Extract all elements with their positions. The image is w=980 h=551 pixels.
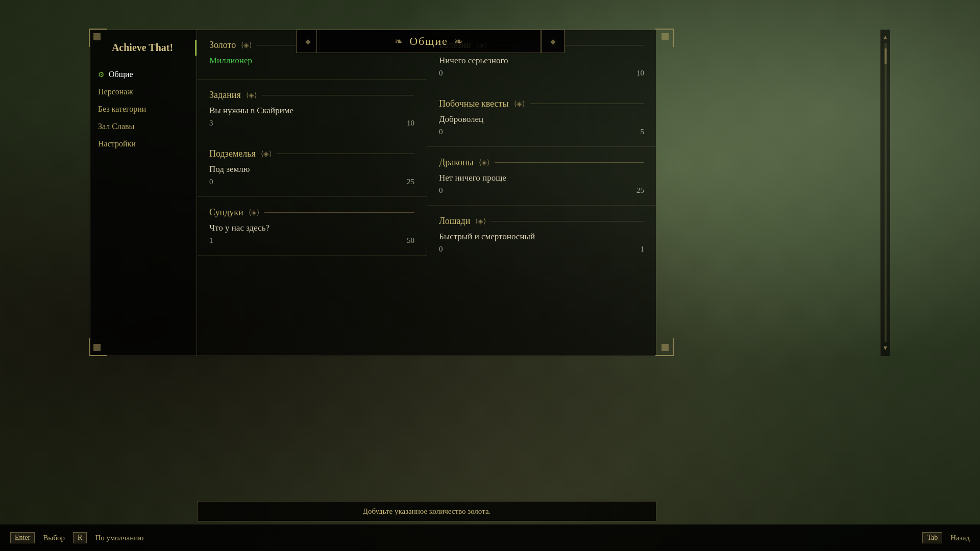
quests-progress-row: 3 10 <box>209 119 414 128</box>
section-sidequests-icon: ⟨◈⟩ <box>514 99 525 108</box>
tab-key-badge: Tab <box>922 532 942 543</box>
sidebar-item-general-label: Общие <box>109 70 133 79</box>
sidebar-item-settings-label: Настройки <box>98 139 136 148</box>
section-horses-title: Лошади <box>439 216 470 227</box>
sidebar-item-character-label: Персонаж <box>98 87 133 96</box>
enter-key-label: Выбор <box>43 534 65 542</box>
section-dungeons-icon: ⟨◈⟩ <box>261 149 272 158</box>
dragons-progress-current: 0 <box>439 186 443 195</box>
section-chests-header: Сундуки ⟨◈⟩ <box>209 207 414 218</box>
diseases-progress-current: 0 <box>439 69 443 78</box>
sidequests-progress-current: 0 <box>439 128 443 136</box>
enter-key-badge: Enter <box>10 532 35 543</box>
sidequests-progress-goal: 5 <box>641 128 645 136</box>
section-horses-header: Лошади ⟨◈⟩ <box>439 216 644 227</box>
dragons-progress-row: 0 25 <box>439 186 644 195</box>
bottom-hint-bar: Добудьте указанное количество золота. <box>197 501 656 521</box>
section-gold-title: Золото <box>209 40 236 51</box>
section-quests-line <box>262 95 414 95</box>
dungeons-progress-current: 0 <box>209 178 213 186</box>
header-diamond-right <box>541 30 565 53</box>
controls-bar: Enter Выбор R По умолчанию Tab Назад <box>0 524 980 551</box>
horses-progress-goal: 1 <box>641 245 645 254</box>
scroll-down-arrow[interactable]: ▼ <box>883 344 889 352</box>
section-dungeons-line <box>277 154 414 154</box>
horses-achievement-name: Быстрый и смертоносный <box>439 232 644 242</box>
sidequests-achievement-name: Доброволец <box>439 114 644 124</box>
section-chests-icon: ⟨◈⟩ <box>249 208 259 217</box>
section-quests-header: Задания ⟨◈⟩ <box>209 90 414 101</box>
chests-achievement-name: Что у нас здесь? <box>209 223 414 233</box>
sidebar: Achieve That! ⚙ Общие Персонаж Без катег… <box>90 30 197 356</box>
quests-progress-goal: 10 <box>407 119 414 128</box>
section-dragons-header: Драконы ⟨◈⟩ <box>439 157 644 168</box>
scroll-up-arrow[interactable]: ▲ <box>883 34 889 41</box>
scroll-thumb[interactable] <box>885 48 887 64</box>
tab-key-label: Назад <box>950 534 970 542</box>
r-key-badge: R <box>73 532 87 543</box>
sidebar-item-nocategory-label: Без категории <box>98 105 146 114</box>
sidequests-progress-row: 0 5 <box>439 128 644 136</box>
general-icon: ⚙ <box>98 70 105 79</box>
section-dragons-title: Драконы <box>439 157 474 168</box>
section-gold-icon: ⟨◈⟩ <box>241 41 252 49</box>
section-dragons-line <box>495 162 644 163</box>
section-dungeons: Подземелья ⟨◈⟩ Под землю 0 25 <box>197 138 427 197</box>
right-column: Болезни ⟨◈⟩ Ничего серьезного 0 10 Побоч… <box>427 30 656 356</box>
dungeons-achievement-name: Под землю <box>209 164 414 174</box>
section-horses: Лошади ⟨◈⟩ Быстрый и смертоносный 0 1 <box>427 206 656 264</box>
left-column: Золото ⟨◈⟩ Миллионер Задания ⟨◈⟩ Вы нужн… <box>197 30 427 356</box>
sidebar-item-character[interactable]: Персонаж <box>90 83 197 101</box>
sidebar-item-halloffame[interactable]: Зал Славы <box>90 118 197 135</box>
r-key-label: По умолчанию <box>95 534 143 542</box>
sidebar-item-general[interactable]: ⚙ Общие <box>90 66 197 83</box>
diseases-progress-row: 0 10 <box>439 69 644 78</box>
section-quests: Задания ⟨◈⟩ Вы нужны в Скайриме 3 10 <box>197 80 427 138</box>
section-chests-title: Сундуки <box>209 207 243 218</box>
dragons-progress-goal: 25 <box>636 186 644 195</box>
horses-progress-row: 0 1 <box>439 245 644 254</box>
section-chests: Сундуки ⟨◈⟩ Что у нас здесь? 1 50 <box>197 197 427 256</box>
chests-progress-row: 1 50 <box>209 236 414 245</box>
section-chests-line <box>264 212 414 213</box>
section-sidequests-line <box>530 104 645 104</box>
header-title: Общие <box>409 35 448 48</box>
section-quests-icon: ⟨◈⟩ <box>246 91 257 99</box>
section-sidequests: Побочные квесты ⟨◈⟩ Доброволец 0 5 <box>427 88 656 147</box>
chests-progress-goal: 50 <box>407 236 414 245</box>
diseases-achievement-name: Ничего серьезного <box>439 56 644 66</box>
sidebar-item-nocategory[interactable]: Без категории <box>90 101 197 118</box>
sidebar-app-title: Achieve That! <box>90 40 197 56</box>
section-dragons-icon: ⟨◈⟩ <box>479 158 489 167</box>
horses-progress-current: 0 <box>439 245 443 254</box>
section-sidequests-header: Побочные квесты ⟨◈⟩ <box>439 98 644 109</box>
quests-achievement-name: Вы нужны в Скайриме <box>209 106 414 116</box>
vertical-divider <box>427 30 427 356</box>
gold-achievement-name: Миллионер <box>209 56 414 66</box>
bottom-hint-text: Добудьте указанное количество золота. <box>363 507 491 516</box>
scroll-track[interactable] <box>885 43 887 342</box>
section-dungeons-title: Подземелья <box>209 148 256 159</box>
section-horses-icon: ⟨◈⟩ <box>475 217 486 226</box>
header-bar: Общие <box>316 30 541 53</box>
sidebar-item-settings[interactable]: Настройки <box>90 135 197 153</box>
section-horses-line <box>491 221 644 221</box>
quests-progress-current: 3 <box>209 119 213 128</box>
controls-right: Tab Назад <box>922 532 970 543</box>
dragons-achievement-name: Нет ничего проще <box>439 173 644 183</box>
section-sidequests-title: Побочные квесты <box>439 98 509 109</box>
diseases-progress-goal: 10 <box>636 69 644 78</box>
sidebar-item-halloffame-label: Зал Славы <box>98 122 134 131</box>
controls-left: Enter Выбор R По умолчанию <box>10 532 144 543</box>
section-quests-title: Задания <box>209 90 241 101</box>
scrollbar[interactable]: ▲ ▼ <box>880 30 890 356</box>
section-dragons: Драконы ⟨◈⟩ Нет ничего проще 0 25 <box>427 147 656 206</box>
dungeons-progress-row: 0 25 <box>209 178 414 186</box>
dungeons-progress-goal: 25 <box>407 178 414 186</box>
chests-progress-current: 1 <box>209 236 213 245</box>
section-dungeons-header: Подземелья ⟨◈⟩ <box>209 148 414 159</box>
